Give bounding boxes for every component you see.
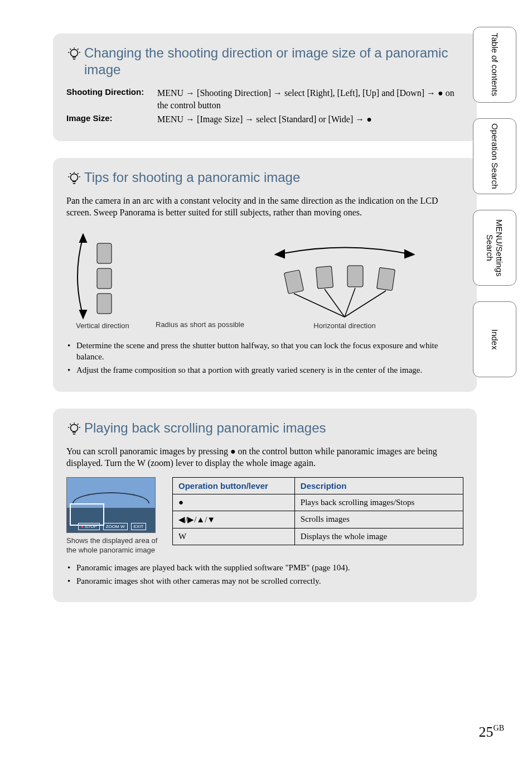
caption-horizontal: Horizontal direction xyxy=(313,321,375,330)
section-heading: Tips for shooting a panoramic image xyxy=(66,169,463,186)
label-image-size: Image Size: xyxy=(66,113,153,126)
svg-point-17 xyxy=(71,424,78,431)
svg-marker-7 xyxy=(275,250,284,258)
svg-rect-5 xyxy=(97,268,112,289)
tip-box-tips-panorama: Tips for shooting a panoramic image Pan … xyxy=(53,158,477,392)
playback-thumbnail: ● STOP ZOOM W EXIT xyxy=(66,477,156,533)
text-image-size: MENU → [Image Size] → select [Standard] … xyxy=(157,113,372,126)
svg-point-0 xyxy=(71,49,78,56)
tip-box-change-direction: Changing the shooting direction or image… xyxy=(53,33,477,141)
svg-rect-10 xyxy=(316,266,333,289)
tip-box-playback: Playing back scrolling panoramic images … xyxy=(53,409,477,602)
list-item: Determine the scene and press the shutte… xyxy=(66,340,463,363)
table-header-operation: Operation button/lever xyxy=(173,477,295,494)
tab-table-of-contents[interactable]: Table of contents xyxy=(473,27,516,103)
tab-operation-search[interactable]: Operation Search xyxy=(473,118,516,194)
svg-line-13 xyxy=(294,294,345,317)
lightbulb-icon xyxy=(66,46,82,61)
caption-radius: Radius as short as possible xyxy=(156,320,244,329)
tab-index[interactable]: Index xyxy=(473,301,516,377)
list-item: Panoramic images shot with other cameras… xyxy=(66,575,463,587)
lightbulb-icon xyxy=(66,421,82,436)
text-shooting-direction: MENU → [Shooting Direction] → select [Ri… xyxy=(157,87,463,111)
lightbulb-icon xyxy=(66,170,82,186)
horizontal-pan-icon xyxy=(261,238,428,321)
section-title-text: Tips for shooting a panoramic image xyxy=(84,169,300,186)
vertical-pan-icon xyxy=(66,227,139,321)
section-heading: Playing back scrolling panoramic images xyxy=(66,420,463,436)
svg-marker-3 xyxy=(80,310,86,318)
caption-vertical: Vertical direction xyxy=(76,321,129,330)
list-item: Adjust the frame composition so that a p… xyxy=(66,364,463,376)
svg-line-16 xyxy=(345,291,386,317)
svg-line-15 xyxy=(345,288,355,317)
panorama-tips-body: Pan the camera in an arc with a constant… xyxy=(66,195,463,219)
table-row: W Displays the whole image xyxy=(173,528,463,545)
thumbnail-caption: Shows the displayed area of the whole pa… xyxy=(66,536,161,555)
panorama-diagram: Vertical direction Radius as short as po… xyxy=(66,227,463,330)
playback-body: You can scroll panoramic images by press… xyxy=(66,445,463,469)
svg-rect-6 xyxy=(97,294,112,314)
page-number: 25GB xyxy=(479,724,504,741)
section-heading: Changing the shooting direction or image… xyxy=(66,45,463,78)
svg-marker-8 xyxy=(405,250,414,258)
svg-rect-4 xyxy=(97,243,112,263)
operation-table: Operation button/lever Description ● Pla… xyxy=(172,477,463,545)
table-header-description: Description xyxy=(294,477,463,494)
svg-rect-11 xyxy=(347,266,363,287)
table-row: ● Plays back scrolling images/Stops xyxy=(173,494,463,511)
svg-point-1 xyxy=(71,174,78,181)
list-item: Panoramic images are played back with th… xyxy=(66,562,463,573)
section-title-text: Playing back scrolling panoramic images xyxy=(84,420,326,436)
label-shooting-direction: Shooting Direction: xyxy=(66,87,153,111)
side-navigation: Table of contents Operation Search MENU/… xyxy=(473,27,516,377)
svg-marker-2 xyxy=(80,234,86,242)
svg-rect-12 xyxy=(376,267,395,291)
tab-menu-settings-search[interactable]: MENU/Settings Search xyxy=(473,210,516,286)
table-row: ◀/▶/▲/▼ Scrolls images xyxy=(173,511,463,528)
svg-rect-9 xyxy=(284,270,303,294)
section-title-text: Changing the shooting direction or image… xyxy=(84,45,463,78)
